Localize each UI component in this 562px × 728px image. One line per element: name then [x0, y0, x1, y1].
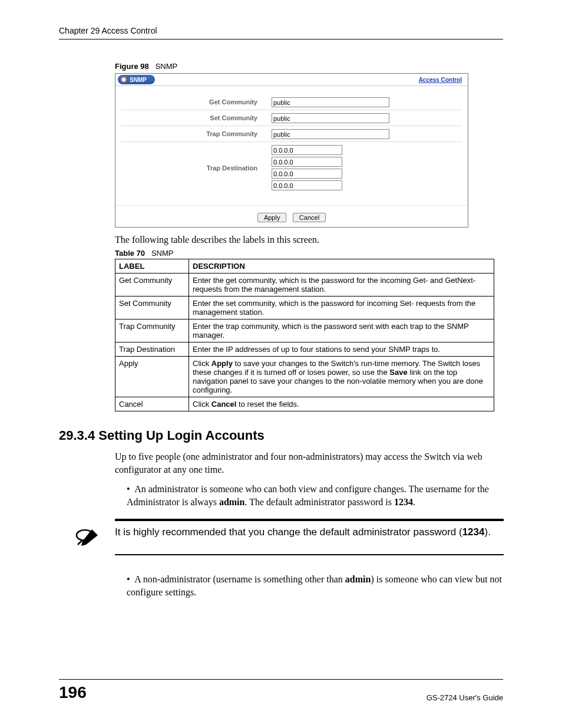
label-trap-destination: Trap Destination: [121, 164, 272, 172]
label-set-community: Set Community: [121, 114, 272, 121]
cell-desc: Enter the trap community, which is the p…: [189, 319, 494, 342]
bullet-nonadmin: • A non-administrator (username is somet…: [127, 573, 503, 598]
guide-name: GS-2724 User's Guide: [427, 693, 503, 702]
pencil-note-icon: [74, 527, 100, 548]
table-row: Get Community Enter the get community, w…: [115, 274, 494, 297]
th-label: LABEL: [115, 259, 189, 274]
cell-desc: Enter the IP addresses of up to four sta…: [189, 342, 494, 357]
cell-label: Trap Destination: [115, 342, 189, 357]
bullet-icon: •: [127, 483, 133, 496]
svg-point-0: [121, 77, 126, 82]
input-trap-dest-3[interactable]: [272, 169, 342, 179]
panel-title-pill: SNMP: [118, 75, 155, 84]
section-paragraph: Up to five people (one administrator and…: [115, 450, 503, 476]
table-row: Trap Community Enter the trap community,…: [115, 319, 494, 342]
input-get-community[interactable]: [272, 97, 389, 107]
th-description: DESCRIPTION: [189, 259, 494, 274]
input-set-community[interactable]: [272, 113, 389, 123]
row-trap-destination: Trap Destination: [121, 142, 462, 193]
table-header-row: LABEL DESCRIPTION: [115, 259, 494, 274]
cell-desc: Click Cancel to reset the fields.: [189, 397, 494, 411]
input-trap-dest-1[interactable]: [272, 145, 342, 155]
figure-title: SNMP: [156, 62, 178, 71]
input-trap-dest-4[interactable]: [272, 180, 342, 190]
cell-label: Trap Community: [115, 319, 189, 342]
cell-desc: Click Apply to save your changes to the …: [189, 357, 494, 397]
table-label: Table 70: [115, 249, 145, 258]
cancel-button[interactable]: Cancel: [293, 213, 326, 222]
note-block: It is highly recommended that you change…: [59, 519, 503, 555]
status-dot-icon: [120, 76, 127, 83]
access-control-link[interactable]: Access Control: [419, 77, 462, 83]
row-trap-community: Trap Community: [121, 126, 462, 142]
note-text: It is highly recommended that you change…: [115, 526, 503, 539]
page-footer: 196 GS-2724 User's Guide: [59, 679, 503, 702]
input-trap-dest-2[interactable]: [272, 157, 342, 167]
snmp-screenshot: SNMP Access Control Get Community Set Co…: [115, 73, 468, 228]
form-area: Get Community Set Community Trap Communi…: [115, 86, 468, 199]
table-row: Cancel Click Cancel to reset the fields.: [115, 397, 494, 411]
table-row: Apply Click Apply to save your changes t…: [115, 357, 494, 397]
cell-label: Set Community: [115, 297, 189, 319]
cell-label: Apply: [115, 357, 189, 397]
chapter-header: Chapter 29 Access Control: [59, 26, 503, 35]
table-row: Set Community Enter the set community, w…: [115, 297, 494, 319]
cell-label: Cancel: [115, 397, 189, 411]
input-trap-community[interactable]: [272, 129, 389, 139]
description-table: LABEL DESCRIPTION Get Community Enter th…: [115, 259, 494, 411]
table-title: SNMP: [151, 249, 174, 258]
row-get-community: Get Community: [121, 94, 462, 110]
apply-button[interactable]: Apply: [257, 213, 287, 222]
bullet-icon: •: [127, 573, 133, 586]
figure-label: Figure 98: [115, 62, 149, 71]
table-intro-text: The following table describes the labels…: [115, 235, 503, 245]
note-rule-bottom: [115, 554, 504, 555]
label-get-community: Get Community: [121, 98, 272, 106]
button-bar: Apply Cancel: [115, 205, 468, 227]
panel-header: SNMP Access Control: [115, 74, 468, 86]
cell-desc: Enter the get community, which is the pa…: [189, 274, 494, 297]
figure-caption: Figure 98 SNMP: [115, 62, 503, 71]
label-trap-community: Trap Community: [121, 130, 272, 137]
header-rule: [59, 39, 503, 39]
page-number: 196: [59, 683, 87, 702]
table-caption: Table 70 SNMP: [115, 249, 503, 258]
bullet-admin: • An administrator is someone who can bo…: [127, 483, 503, 508]
table-row: Trap Destination Enter the IP addresses …: [115, 342, 494, 357]
row-set-community: Set Community: [121, 110, 462, 126]
panel-title: SNMP: [130, 77, 147, 83]
cell-desc: Enter the set community, which is the pa…: [189, 297, 494, 319]
cell-label: Get Community: [115, 274, 189, 297]
section-heading: 29.3.4 Setting Up Login Accounts: [59, 428, 503, 443]
note-icon: [59, 526, 115, 548]
